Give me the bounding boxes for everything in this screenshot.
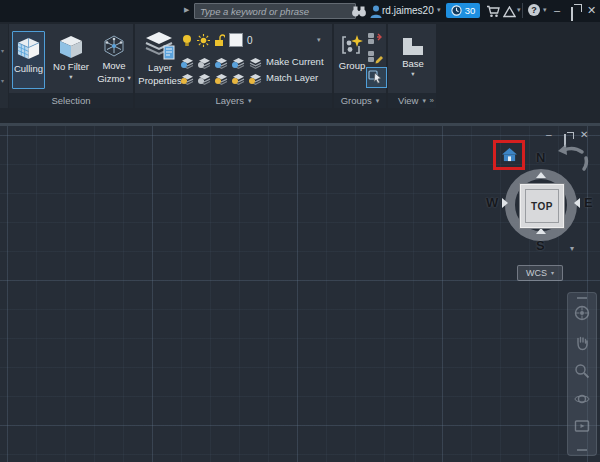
layer-tools-row-1: Make Current <box>181 55 324 67</box>
orbit-icon[interactable] <box>574 391 590 411</box>
group-edit-icon[interactable] <box>367 49 383 64</box>
user-icon[interactable] <box>370 4 382 22</box>
no-filter-button[interactable]: No Filter ▾ <box>47 31 95 93</box>
autocad-window: ▶ rd.jaimes20 ▾ 30 ▾ ? ▾ – ✕ ▾ ▾ <box>0 0 600 462</box>
base-view-icon <box>401 36 425 56</box>
move-gizmo-label-line2: Gizmo <box>97 73 124 84</box>
move-gizmo-chevron-down-icon[interactable]: ▾ <box>128 75 131 82</box>
panel-layers: Layer Properties 0 ▾ Make Current <box>135 24 332 108</box>
ungroup-icon[interactable] <box>367 31 383 46</box>
window-close-button[interactable]: ✕ <box>587 4 596 16</box>
ribbon: ▾ ▾ Culling No Fi <box>0 22 600 123</box>
view-panel-chevron-down-icon: ▾ <box>422 97 426 104</box>
trial-countdown-badge[interactable]: 30 <box>446 3 480 18</box>
show-motion-icon[interactable] <box>574 419 590 437</box>
username-label[interactable]: rd.jaimes20 <box>382 5 434 16</box>
help-chevron-down-icon[interactable]: ▾ <box>543 6 547 13</box>
base-chevron-down-icon[interactable]: ▾ <box>411 71 414 78</box>
viewcube-rotate-east-icon[interactable] <box>574 198 580 208</box>
layer-combo-chevron-down-icon[interactable]: ▾ <box>317 36 321 43</box>
annotation-highlight-box <box>493 140 525 170</box>
culling-cube-icon <box>16 36 41 61</box>
pan-hand-icon[interactable] <box>574 335 590 355</box>
layer-lock-icon[interactable] <box>232 55 245 67</box>
make-current-icon[interactable] <box>249 55 262 67</box>
layer-freeze-sun-icon[interactable] <box>197 34 210 47</box>
viewcube-roll-arrow-icon[interactable] <box>554 142 592 176</box>
window-minimize-button[interactable]: – <box>554 4 560 16</box>
wcs-dropdown[interactable]: WCS ▾ <box>517 265 563 281</box>
base-label: Base <box>402 58 424 69</box>
group-button[interactable]: Group <box>336 31 368 89</box>
groups-panel-label[interactable]: Groups ▾ <box>334 93 386 108</box>
ribbon-left-cropped-panel: ▾ ▾ <box>0 24 8 108</box>
make-current-label[interactable]: Make Current <box>266 56 324 67</box>
app-store-chevron-down-icon[interactable]: ▾ <box>517 6 521 13</box>
no-filter-label: No Filter <box>53 61 89 72</box>
search-expand-icon[interactable]: ▶ <box>184 6 189 13</box>
viewcube-home-icon[interactable] <box>502 148 517 162</box>
viewcube-menu-chevron-down-icon[interactable]: ▾ <box>570 245 574 253</box>
layer-unlock-icon[interactable] <box>214 34 225 47</box>
layer-thaw-icon[interactable] <box>215 71 228 83</box>
navbar-menu-handle[interactable] <box>577 449 587 451</box>
viewcube-south[interactable]: S <box>536 239 545 253</box>
viewcube-rotate-up-icon[interactable] <box>536 172 546 178</box>
culling-label: Culling <box>14 63 43 74</box>
culling-button[interactable]: Culling <box>12 31 45 89</box>
selection-panel-label[interactable]: Selection <box>9 93 133 108</box>
layer-on-bulb-icon[interactable] <box>181 34 193 47</box>
layers-panel-label[interactable]: Layers ▾ <box>135 93 332 108</box>
search-input[interactable] <box>194 3 356 19</box>
window-restore-button[interactable] <box>571 7 573 21</box>
viewcube-rotate-down-icon[interactable] <box>536 228 546 234</box>
trial-days-count: 30 <box>465 5 476 16</box>
drawing-canvas[interactable]: – ✕ N S W E TOP ▾ <box>0 126 600 462</box>
user-menu-chevron-down-icon[interactable]: ▾ <box>437 6 441 13</box>
layer-state-row: 0 <box>181 33 253 47</box>
doc-close-button[interactable]: ✕ <box>580 130 588 140</box>
group-selection-toggle-icon[interactable] <box>366 67 387 88</box>
viewcube-west[interactable]: W <box>486 196 498 210</box>
layer-properties-icon <box>145 32 175 60</box>
viewcube-north[interactable]: N <box>536 151 545 165</box>
doc-minimize-button[interactable]: – <box>546 130 552 140</box>
viewcube-east[interactable]: E <box>584 196 593 210</box>
view-panel-label[interactable]: View ▾ » <box>388 93 436 108</box>
move-gizmo-icon <box>102 34 126 58</box>
cropped-chevron-down-icon: ▾ <box>1 78 4 84</box>
no-filter-cube-icon <box>58 35 84 59</box>
match-layer-label[interactable]: Match Layer <box>266 72 318 83</box>
zoom-magnifier-icon[interactable] <box>574 363 590 383</box>
layer-off-icon[interactable] <box>181 55 194 67</box>
titlebar-divider <box>522 3 523 18</box>
current-layer-name[interactable]: 0 <box>247 35 253 46</box>
match-layer-icon[interactable] <box>249 71 262 83</box>
navigation-bar[interactable] <box>567 292 597 456</box>
layer-tools-row-2: Match Layer <box>181 71 318 83</box>
layer-color-swatch[interactable] <box>229 33 243 47</box>
no-filter-chevron-down-icon[interactable]: ▾ <box>69 74 72 81</box>
layer-freeze-icon[interactable] <box>215 55 228 67</box>
layer-unlock-all-icon[interactable] <box>232 71 245 83</box>
base-button[interactable]: Base ▾ <box>395 33 431 93</box>
help-icon[interactable]: ? <box>528 4 540 16</box>
search-binoculars-icon[interactable] <box>351 4 367 22</box>
ribbon-overflow-icon[interactable]: » <box>430 96 434 105</box>
viewcube-top-face[interactable]: TOP <box>520 184 564 228</box>
layer-properties-label-line2: Properties <box>138 75 181 86</box>
viewcube-rotate-west-icon[interactable] <box>502 198 508 208</box>
navigation-wheel-icon[interactable] <box>574 305 590 325</box>
panel-selection: Culling No Filter ▾ Move <box>9 24 133 108</box>
move-gizmo-button[interactable]: Move Gizmo ▾ <box>95 31 133 95</box>
wcs-label: WCS <box>526 268 547 278</box>
layer-turn-on-icon[interactable] <box>181 71 194 83</box>
viewcube-top-label: TOP <box>525 189 559 223</box>
layer-properties-button[interactable]: Layer Properties <box>139 31 181 95</box>
navbar-grip-handle[interactable] <box>577 297 587 299</box>
app-store-triangle-icon[interactable] <box>503 4 516 22</box>
store-cart-icon[interactable] <box>486 4 500 22</box>
layer-isolate-icon[interactable] <box>198 55 211 67</box>
layer-unisolate-icon[interactable] <box>198 71 211 83</box>
panel-view: Base ▾ View ▾ » <box>388 24 436 108</box>
